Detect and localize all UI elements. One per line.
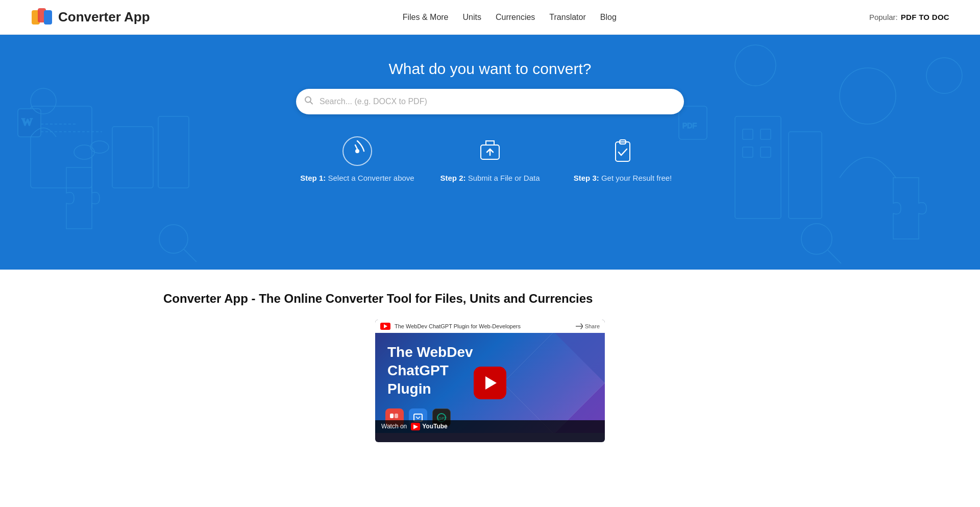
youtube-logo-mini [380, 323, 390, 330]
video-thumbnail[interactable]: The WebDev ChatGPT Plugin for Web-Develo… [375, 320, 605, 442]
svg-line-30 [310, 102, 313, 104]
video-main: The WebDev ChatGPT Plugin GPT [375, 333, 605, 433]
svg-point-16 [840, 68, 896, 124]
svg-point-13 [159, 225, 188, 253]
logo-link[interactable]: Converter App [31, 6, 150, 29]
step-3: Step 3: Get your Result free! [556, 135, 689, 184]
svg-line-33 [355, 145, 357, 149]
video-channel-title: The WebDev ChatGPT Plugin for Web-Develo… [395, 323, 521, 329]
svg-rect-9 [18, 109, 41, 137]
hero-section: W PDF [0, 35, 980, 270]
content-section: Converter App - The Online Converter Too… [0, 270, 980, 457]
search-wrapper [296, 89, 684, 114]
play-button[interactable] [474, 367, 506, 399]
svg-text:PDF: PDF [682, 122, 697, 130]
logo-icon [31, 6, 53, 29]
step2-text: Step 2: Submit a File or Data [440, 173, 540, 184]
nav-currencies[interactable]: Currencies [496, 13, 535, 22]
nav-blog[interactable]: Blog [600, 13, 617, 22]
header: Converter App Files & More Units Currenc… [0, 0, 980, 35]
video-top-bar: The WebDev ChatGPT Plugin for Web-Develo… [375, 320, 605, 333]
nav-translator[interactable]: Translator [549, 13, 585, 22]
svg-text:W: W [21, 115, 33, 128]
svg-line-28 [828, 250, 841, 263]
share-button[interactable]: Share [576, 323, 600, 330]
video-overlay: The WebDev ChatGPT Plugin [387, 343, 473, 399]
youtube-label: ▶ YouTube [411, 423, 448, 430]
svg-rect-2 [44, 10, 52, 25]
svg-line-14 [184, 249, 197, 262]
svg-point-26 [926, 58, 962, 93]
step-1: Step 1: Select a Converter above [291, 135, 424, 184]
svg-rect-42 [395, 414, 398, 418]
step3-text: Step 3: Get your Result free! [574, 173, 672, 184]
nav-files-more[interactable]: Files & More [403, 13, 449, 22]
hero-title: What do you want to convert? [389, 60, 592, 78]
nav-units[interactable]: Units [463, 13, 481, 22]
search-icon [304, 96, 313, 108]
popular-pdf-to-doc[interactable]: PDF TO DOC [901, 13, 949, 21]
popular-area: Popular: PDF TO DOC [869, 13, 949, 21]
svg-marker-38 [554, 333, 605, 383]
search-input[interactable] [296, 89, 684, 114]
content-title: Converter App - The Online Converter Too… [163, 290, 817, 307]
svg-point-27 [801, 224, 832, 254]
step3-icon [606, 135, 639, 167]
logo-text: Converter App [58, 9, 150, 25]
step1-icon [341, 135, 374, 167]
steps-row: Step 1: Select a Converter above Step 2:… [0, 135, 980, 184]
svg-point-15 [31, 88, 56, 114]
main-nav: Files & More Units Currencies Translator… [403, 13, 617, 22]
step2-icon [474, 135, 506, 167]
step-2: Step 2: Submit a File or Data [424, 135, 556, 184]
step1-text: Step 1: Select a Converter above [300, 173, 414, 184]
popular-label: Popular: [869, 13, 898, 21]
svg-point-25 [735, 45, 776, 86]
svg-rect-41 [390, 414, 394, 418]
watch-on-bar[interactable]: Watch on ▶ YouTube [375, 420, 605, 433]
svg-rect-36 [616, 142, 630, 161]
